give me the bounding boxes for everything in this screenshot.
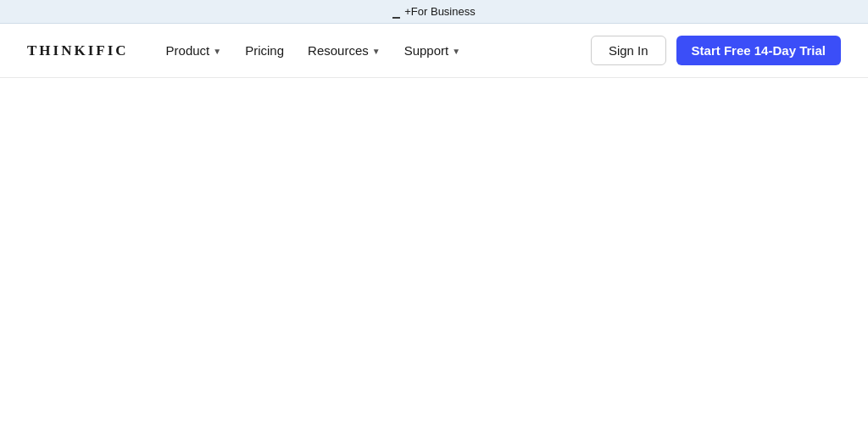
nav-item-pricing[interactable]: Pricing <box>235 36 294 64</box>
chevron-down-icon: ▼ <box>213 47 221 56</box>
top-banner: ⎯ +For Business <box>0 0 868 24</box>
nav-label-product: Product <box>166 43 210 58</box>
nav-label-resources: Resources <box>308 43 369 58</box>
nav-item-support[interactable]: Support ▼ <box>394 36 470 64</box>
nav-item-resources[interactable]: Resources ▼ <box>298 36 391 64</box>
banner-icon: ⎯ <box>392 5 399 19</box>
start-trial-button[interactable]: Start Free 14-Day Trial <box>676 36 841 65</box>
navbar-right: Sign In Start Free 14-Day Trial <box>591 36 841 65</box>
nav-item-product[interactable]: Product ▼ <box>156 36 232 64</box>
nav-label-pricing: Pricing <box>245 43 284 58</box>
nav-label-support: Support <box>404 43 449 58</box>
navbar: THINKIFIC Product ▼ Pricing Resources ▼ … <box>0 24 868 78</box>
sign-in-button[interactable]: Sign In <box>591 36 666 65</box>
logo[interactable]: THINKIFIC <box>27 42 129 59</box>
banner-text: +For Business <box>404 5 475 18</box>
nav-links: Product ▼ Pricing Resources ▼ Support ▼ <box>156 36 471 64</box>
navbar-left: THINKIFIC Product ▼ Pricing Resources ▼ … <box>27 36 470 64</box>
chevron-down-icon: ▼ <box>372 47 381 56</box>
main-content <box>0 78 868 424</box>
chevron-down-icon: ▼ <box>452 47 460 56</box>
